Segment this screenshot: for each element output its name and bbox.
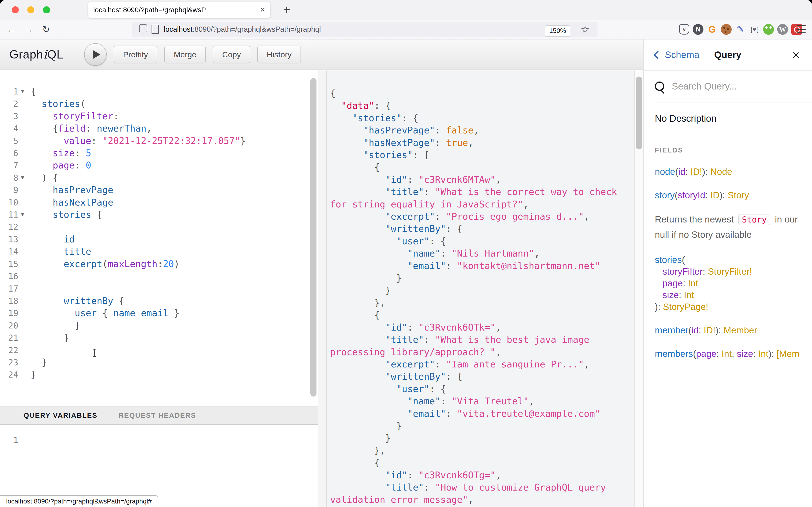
doc-field-entry[interactable]: node(id: ID!): Node (655, 166, 812, 178)
doc-search-field[interactable]: Search Query... (655, 70, 812, 102)
notion-icon[interactable]: N (693, 24, 703, 35)
wordpress-icon[interactable]: W (777, 24, 788, 35)
play-icon (93, 50, 100, 59)
result-line: "user": { (318, 383, 643, 395)
doc-explorer-header: Schema Query × (644, 40, 812, 70)
bookmark-star-icon[interactable]: ☆ (581, 24, 589, 35)
tab-request-headers[interactable]: REQUEST HEADERS (119, 411, 196, 419)
line-number: 18 (0, 295, 18, 307)
grammarly-icon[interactable]: G (707, 24, 717, 35)
fold-arrow-icon[interactable] (20, 213, 25, 216)
doc-field-entry[interactable]: member(id: ID!): Member (655, 325, 812, 336)
editor-line[interactable]: 7 page: 0 (0, 159, 318, 171)
doc-field-description: Returns the newest Story in ournull if n… (655, 212, 812, 242)
doc-field-entry[interactable]: story(storyId: ID): Story (655, 189, 812, 201)
editor-line[interactable]: 14 title (0, 245, 318, 258)
line-number: 21 (0, 332, 18, 344)
result-line: "id": "c3Rvcnk6OTg=", (318, 469, 643, 482)
editor-line[interactable]: 22 (0, 344, 318, 356)
editor-line[interactable]: 4 {field: newerThan, (0, 122, 318, 134)
results-scrollbar-thumb[interactable] (636, 76, 642, 150)
editor-line[interactable]: 1{ (0, 86, 318, 98)
cookie-icon[interactable] (721, 24, 732, 35)
editor-line[interactable]: 23 } (0, 356, 318, 369)
fold-arrow-icon[interactable] (20, 176, 25, 179)
traffic-zoom-button[interactable] (43, 6, 50, 13)
brackets-heart-icon[interactable]: ]♥[ (749, 24, 760, 35)
result-line: { (318, 309, 643, 321)
browser-tab[interactable]: localhost:8090/?path=/graphql&wsP × (88, 2, 270, 18)
search-icon (655, 81, 664, 91)
result-line: "writtenBy": { (318, 223, 643, 235)
doc-fields-header: FIELDS (655, 147, 812, 154)
zoom-level-badge[interactable]: 150% (545, 25, 570, 37)
editor-line[interactable]: 6 size: 5 (0, 147, 318, 159)
editor-line[interactable]: 8 ) { (0, 172, 318, 184)
editor-line[interactable]: 13 id (0, 233, 318, 245)
editor-line[interactable]: 17 (0, 283, 318, 295)
result-line: "hasNextPage": true, (318, 137, 643, 149)
query-editor-pane[interactable]: 1{2 stories(3 storyFilter:4 {field: newe… (0, 70, 318, 507)
editor-line[interactable]: 19 user { name email } (0, 307, 318, 319)
pocket-icon[interactable]: ∨ (679, 24, 689, 35)
editor-line[interactable]: 2 stories( (0, 98, 318, 110)
line-number: 7 (0, 159, 18, 171)
result-line: "stories": [ (318, 149, 643, 161)
tab-close-icon[interactable]: × (260, 6, 265, 14)
editor-scrollbar[interactable] (310, 78, 316, 397)
editor-line[interactable]: 15 excerpt(maxLength:20) (0, 258, 318, 270)
back-icon[interactable]: ← (5, 20, 19, 39)
reload-icon[interactable]: ↻ (39, 20, 53, 39)
history-button[interactable]: History (257, 46, 301, 63)
doc-body: No Description FIELDS node(id: ID!): Nod… (644, 102, 812, 360)
result-line: "name": "Vita Treutel", (318, 395, 643, 407)
editor-line[interactable]: 10 hasNextPage (0, 196, 318, 209)
variables-editor[interactable]: 1 (0, 425, 318, 507)
traffic-close-button[interactable] (12, 6, 19, 13)
shield-icon[interactable] (139, 24, 147, 34)
result-line: "writtenBy": { (318, 371, 643, 383)
page-icon[interactable] (152, 25, 159, 34)
editor-line[interactable]: 24} (0, 369, 318, 381)
line-number: 8 (0, 172, 18, 184)
results-scrollbar-track[interactable] (634, 70, 643, 507)
result-line: "id": "c3Rvcnk6OTk=", (318, 321, 643, 334)
fold-arrow-icon[interactable] (20, 90, 25, 93)
line-number: 15 (0, 258, 18, 270)
doc-close-icon[interactable]: × (792, 40, 800, 70)
new-tab-button[interactable]: + (283, 2, 291, 17)
query-editor-lines[interactable]: 1{2 stories(3 storyFilter:4 {field: newe… (0, 70, 318, 406)
editor-line[interactable]: 3 storyFilter: (0, 110, 318, 122)
traffic-minimize-button[interactable] (27, 6, 34, 13)
forward-icon[interactable]: → (21, 20, 36, 39)
prettify-button[interactable]: Prettify (114, 46, 158, 63)
color-picker-icon[interactable]: ✎ (735, 24, 746, 35)
line-number: 4 (0, 122, 18, 134)
variables-section: QUERY VARIABLES REQUEST HEADERS 1 (0, 406, 318, 507)
editor-line[interactable]: 12 (0, 221, 318, 233)
result-line: "hasPrevPage": false, (318, 124, 643, 136)
type-link-story[interactable]: Story (738, 214, 770, 225)
copy-button[interactable]: Copy (213, 46, 250, 63)
merge-button[interactable]: Merge (164, 46, 206, 63)
line-number: 16 (0, 270, 18, 282)
doc-field-entry[interactable]: stories( storyFilter: StoryFilter! page:… (655, 254, 812, 313)
editor-line[interactable]: 18 writtenBy { (0, 295, 318, 307)
tab-query-variables[interactable]: QUERY VARIABLES (23, 411, 98, 419)
execute-query-button[interactable] (84, 43, 107, 66)
editor-line[interactable]: 16 (0, 270, 318, 282)
menu-icon[interactable] (797, 25, 806, 33)
line-number: 23 (0, 356, 18, 369)
tab-title: localhost:8090/?path=/graphql&wsP (93, 6, 258, 14)
mouse-ibeam-cursor: I (92, 347, 97, 359)
editor-line[interactable]: 9 hasPrevPage (0, 184, 318, 196)
editor-line[interactable]: 5 value: "2021-12-25T22:32:17.057"} (0, 135, 318, 147)
line-number: 13 (0, 233, 18, 245)
line-number: 24 (0, 369, 18, 381)
editor-line[interactable]: 21 } (0, 332, 318, 344)
url-bar[interactable]: localhost:8090/?path=/graphql&wsPath=/gr… (132, 22, 597, 37)
editor-line[interactable]: 20 } (0, 320, 318, 332)
frog-icon[interactable] (763, 24, 774, 35)
editor-line[interactable]: 11 stories { (0, 209, 318, 221)
doc-field-entry[interactable]: members(page: Int, size: Int): [Mem (655, 348, 812, 360)
